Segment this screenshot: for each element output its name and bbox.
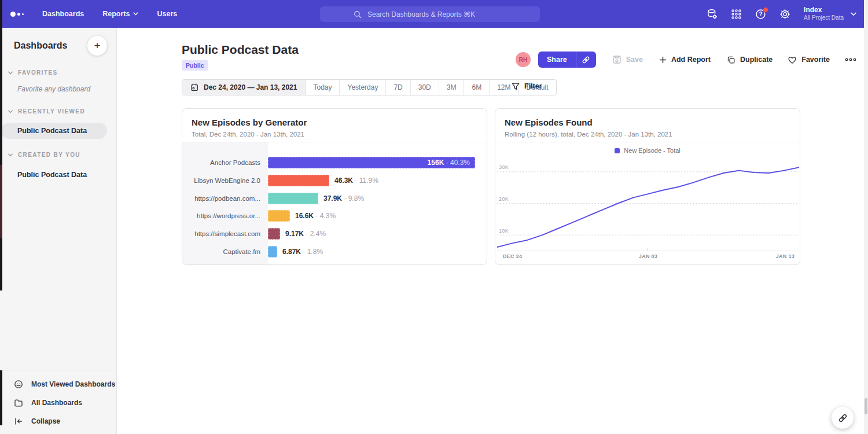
chart-title: New Episodes Found	[505, 117, 593, 127]
preset-7d[interactable]: 7D	[386, 80, 410, 95]
all-dashboards-button[interactable]: All Dashboards	[0, 393, 116, 412]
preset-yesterday[interactable]: Yesterday	[340, 80, 386, 95]
page-title: Public Podcast Data	[182, 43, 299, 57]
bar-row[interactable]: Anchor Podcasts156K · 40.3%	[182, 154, 487, 172]
share-button[interactable]: Share	[538, 52, 576, 68]
background-window-sliver	[0, 238, 2, 290]
chevron-down-icon	[851, 12, 856, 16]
chart-title: New Episodes by Generator	[192, 117, 307, 127]
top-nav: Dashboards Reports Users ?	[0, 0, 868, 28]
card-new-episodes-found: New Episodes Found Rolling (12 hours), t…	[495, 108, 800, 265]
bar-category-label: Anchor Podcasts	[182, 159, 268, 166]
preset-6m[interactable]: 6M	[464, 80, 490, 95]
copy-link-fab[interactable]	[832, 407, 854, 429]
sidebar: Dashboards + FAVORITES Favorite any dash…	[0, 28, 117, 434]
settings-gear-icon[interactable]	[779, 9, 790, 20]
bar[interactable]	[268, 246, 277, 258]
bar[interactable]	[268, 175, 329, 186]
preset-3m[interactable]: 3M	[439, 80, 465, 95]
share-split-button: Share	[538, 52, 596, 68]
sidebar-item-public-podcast-data-2[interactable]: Public Podcast Data	[0, 171, 116, 179]
search-bar[interactable]	[320, 6, 540, 22]
plus-icon	[659, 56, 667, 64]
background-window-sliver	[0, 0, 2, 165]
bar-value-label: 37.9K · 9.8%	[323, 193, 364, 204]
line-plot-area	[497, 155, 799, 251]
project-switcher[interactable]: Index All Project Data	[804, 6, 856, 22]
smiley-icon	[14, 380, 23, 389]
bar-value-label: 9.17K · 2.4%	[285, 228, 326, 240]
chevron-down-icon	[8, 71, 13, 75]
date-range-picker[interactable]: Dec 24, 2020 — Jan 13, 2021	[182, 80, 306, 95]
more-options-button[interactable]	[845, 57, 856, 62]
bar-row[interactable]: https://wordpress.or...16.6K · 4.3%	[182, 207, 487, 225]
legend-item[interactable]: New Episode - Total	[495, 147, 800, 154]
chevron-down-icon	[133, 12, 138, 16]
sidebar-item-public-podcast-data[interactable]: Public Podcast Data	[1, 123, 107, 139]
notification-dot	[763, 7, 768, 13]
bar-category-label: https://podbean.com...	[182, 195, 268, 202]
add-report-button[interactable]: Add Report	[659, 56, 711, 64]
section-favorites[interactable]: FAVORITES	[0, 69, 116, 76]
bar-category-label: Libsyn WebEngine 2.0	[182, 177, 268, 184]
nav-item-users[interactable]: Users	[157, 10, 177, 18]
bar-value-label: 6.87K · 1.8%	[282, 246, 323, 258]
line-chart-svg	[497, 155, 799, 251]
apps-grid-icon[interactable]	[731, 9, 742, 20]
favorite-button[interactable]: Favorite	[788, 56, 830, 64]
section-recently-viewed[interactable]: RECENTLY VIEWED	[0, 108, 116, 115]
bar-category-label: https://wordpress.or...	[182, 212, 268, 219]
bar[interactable]	[268, 210, 290, 222]
copy-link-button[interactable]	[576, 52, 596, 68]
collapse-sidebar-button[interactable]: Collapse	[0, 412, 116, 431]
favorites-empty-hint: Favorite any dashboard	[0, 85, 116, 93]
data-management-icon[interactable]	[707, 9, 718, 20]
chart-subtitle: Rolling (12 hours), total, Dec 24th, 202…	[505, 131, 672, 138]
bar-track: 37.9K · 9.8%	[268, 193, 487, 204]
divider	[495, 142, 800, 142]
section-created-by-you[interactable]: CREATED BY YOU	[0, 152, 116, 158]
preset-today[interactable]: Today	[306, 80, 340, 95]
chevron-down-icon	[8, 153, 13, 157]
collapse-icon	[14, 417, 23, 426]
bar-row[interactable]: Libsyn WebEngine 2.046.3K · 11.9%	[182, 172, 487, 190]
background-window-sliver	[0, 165, 2, 238]
duplicate-button[interactable]: Duplicate	[727, 56, 773, 64]
search-input[interactable]	[366, 10, 506, 19]
bar-row[interactable]: https://simplecast.com9.17K · 2.4%	[182, 225, 487, 243]
bar-row[interactable]: https://podbean.com...37.9K · 9.8%	[182, 189, 487, 207]
heart-icon	[788, 56, 797, 64]
bar-track: 6.87K · 1.8%	[268, 246, 487, 258]
card-new-episodes-by-generator: New Episodes by Generator Total, Dec 24t…	[182, 108, 487, 265]
filter-button[interactable]: Filter	[512, 82, 542, 90]
bar-rows: Anchor Podcasts156K · 40.3%Libsyn WebEng…	[182, 154, 487, 260]
save-button[interactable]: Save	[612, 55, 643, 64]
bar[interactable]	[268, 193, 318, 204]
add-dashboard-button[interactable]: +	[87, 36, 107, 56]
link-icon	[582, 56, 590, 64]
most-viewed-dashboards-button[interactable]: Most Viewed Dashboards	[0, 375, 116, 393]
preset-30d[interactable]: 30D	[411, 80, 439, 95]
bar[interactable]	[268, 228, 280, 240]
help-icon[interactable]: ?	[755, 9, 766, 20]
duplicate-icon	[727, 56, 735, 64]
project-name: Index	[804, 6, 844, 14]
nav-item-reports[interactable]: Reports	[102, 10, 138, 18]
svg-text:?: ?	[759, 11, 763, 17]
sidebar-title: Dashboards	[14, 41, 67, 51]
scrollbar-track	[864, 0, 868, 434]
bar-value-label: 46.3K · 11.9%	[334, 175, 378, 186]
bar-value-label: 156K · 40.3%	[428, 157, 470, 168]
bar-row[interactable]: Captivate.fm6.87K · 1.8%	[182, 242, 487, 260]
public-badge: Public	[182, 60, 208, 71]
timeframe-control: Dec 24, 2020 — Jan 13, 2021 Today Yester…	[182, 79, 557, 95]
legend-swatch	[615, 148, 620, 153]
funnel-icon	[512, 83, 520, 90]
chart-subtitle: Total, Dec 24th, 2020 - Jan 13th, 2021	[192, 131, 304, 138]
search-icon	[354, 10, 362, 19]
scrollbar-thumb[interactable]	[865, 398, 867, 414]
nav-item-dashboards[interactable]: Dashboards	[42, 10, 84, 18]
bar-value-label: 16.6K · 4.3%	[295, 210, 336, 222]
axis-tick	[648, 248, 648, 251]
mixpanel-logo-icon[interactable]	[10, 12, 24, 17]
